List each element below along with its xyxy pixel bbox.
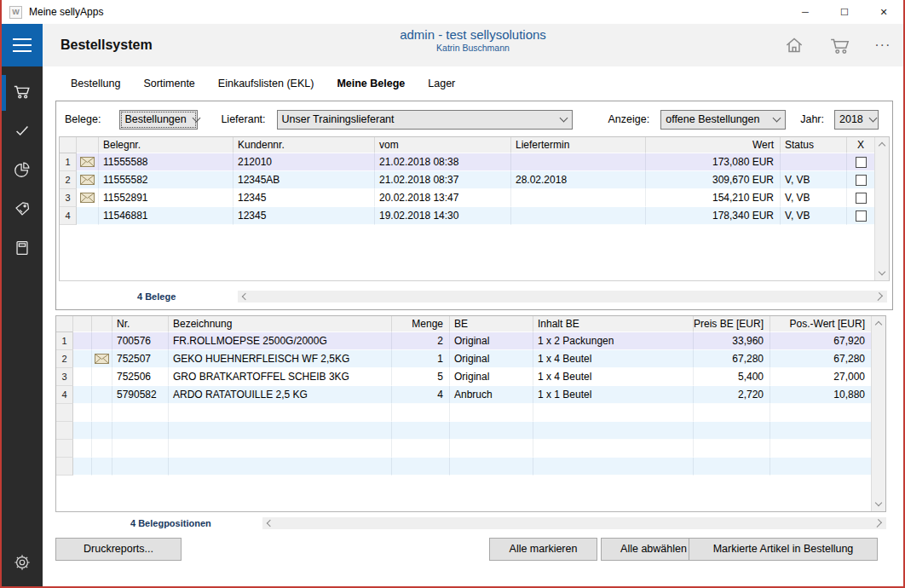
cell-bezeichnung: FR.ROLLMOEPSE 2500G/2000G — [169, 332, 392, 350]
cell-inhalt-be: 1 x 4 Beutel — [533, 350, 694, 368]
jahr-dropdown[interactable]: 2018 — [834, 110, 879, 130]
scroll-left-icon[interactable] — [242, 293, 249, 300]
vertical-scrollbar[interactable] — [874, 137, 889, 280]
table-row[interactable]: 4 11546881 12345 19.02.2018 14:30 178,34… — [60, 207, 889, 225]
pie-chart-icon — [13, 160, 32, 182]
row-select-checkbox[interactable] — [856, 193, 867, 204]
cell-wert: 173,080 EUR — [646, 153, 781, 171]
anzeige-dropdown[interactable]: offene Bestellungen — [660, 110, 786, 130]
col-bezeichnung[interactable]: Bezeichnung — [169, 316, 392, 332]
orders-table-header: Belegnr. Kundennr. vom Liefertermin Wert… — [60, 137, 889, 153]
lieferant-dropdown[interactable]: Unser Trainingslieferant — [277, 110, 573, 130]
belege-dropdown[interactable]: Bestellungen — [119, 110, 198, 130]
scroll-down-icon[interactable] — [875, 499, 882, 506]
maximize-button[interactable]: ☐ — [825, 0, 864, 24]
alle-markieren-button[interactable]: Alle markieren — [489, 538, 597, 561]
empty-row — [56, 422, 885, 440]
col-menge[interactable]: Menge — [392, 316, 450, 332]
markierte-artikel-button[interactable]: Markierte Artikel in Bestellung — [689, 538, 878, 561]
tab-sortimente[interactable]: Sortimente — [143, 78, 194, 91]
table-row[interactable]: 4 5790582 ARDO RATATOUILLE 2,5 KG 4 Anbr… — [56, 386, 885, 404]
scroll-up-icon[interactable] — [879, 142, 885, 149]
scroll-up-icon[interactable] — [875, 321, 882, 328]
sidebar — [2, 66, 43, 586]
minimize-button[interactable]: ─ — [786, 0, 825, 24]
home-icon[interactable] — [783, 34, 805, 56]
tab-einkaufslisten[interactable]: Einkaufslisten (EKL) — [218, 78, 314, 91]
tag-icon — [13, 199, 32, 222]
druckreports-button[interactable]: Druckreports... — [55, 538, 182, 561]
cell-preis-be: 67,280 — [694, 350, 770, 368]
lieferant-label: Lieferant: — [221, 113, 265, 125]
chevron-down-icon — [773, 114, 781, 123]
empty-row — [56, 404, 885, 422]
cart-icon[interactable] — [827, 34, 853, 56]
table-row[interactable]: 2 752507 GEKO HUEHNERFLEISCH WF 2,5KG 1 … — [56, 350, 885, 368]
table-row[interactable]: 3 752506 GRO BRATKARTOFFEL SCHEIB 3KG 5 … — [56, 368, 885, 386]
cart-icon — [12, 82, 32, 104]
cell-belegnr: 11555582 — [99, 171, 233, 189]
lieferant-value: Unser Trainingslieferant — [282, 113, 395, 125]
cell-status — [781, 153, 847, 171]
horizontal-scrollbar[interactable] — [238, 291, 887, 303]
sidebar-item-tasks[interactable] — [2, 112, 43, 152]
col-status[interactable]: Status — [781, 137, 847, 153]
settings-gear-icon — [13, 553, 32, 575]
tab-lager[interactable]: Lager — [428, 78, 455, 91]
cell-bezeichnung: GRO BRATKARTOFFEL SCHEIB 3KG — [169, 368, 392, 386]
col-pos-wert[interactable]: Pos.-Wert [EUR] — [770, 316, 872, 332]
user-name: Katrin Buschmann — [43, 43, 903, 53]
table-row[interactable]: 3 11552891 12345 20.02.2018 13:47 154,21… — [60, 189, 889, 207]
col-belegnr[interactable]: Belegnr. — [99, 137, 233, 153]
jahr-value: 2018 — [839, 113, 863, 125]
sidebar-item-orders[interactable] — [2, 73, 43, 112]
col-nr[interactable]: Nr. — [112, 316, 169, 332]
col-inhalt-be[interactable]: Inhalt BE — [533, 316, 694, 332]
cell-inhalt-be: 1 x 4 Beutel — [533, 368, 694, 386]
cell-preis-be: 5,400 — [694, 368, 770, 386]
cell-wert: 309,670 EUR — [646, 171, 781, 189]
cell-vom: 19.02.2018 14:30 — [375, 207, 511, 225]
cell-menge: 5 — [392, 368, 450, 386]
horizontal-scrollbar[interactable] — [262, 517, 886, 529]
sidebar-item-offers[interactable] — [2, 191, 43, 230]
col-be[interactable]: BE — [450, 316, 533, 332]
row-select-checkbox[interactable] — [856, 157, 867, 168]
col-vom[interactable]: vom — [375, 137, 511, 153]
col-kundennr[interactable]: Kundennr. — [233, 137, 375, 153]
jahr-label: Jahr: — [800, 113, 824, 125]
cell-liefertermin: 28.02.2018 — [511, 171, 646, 189]
col-liefertermin[interactable]: Liefertermin — [511, 137, 646, 153]
close-button[interactable]: ✕ — [864, 0, 903, 24]
more-options-icon[interactable]: ... — [875, 37, 891, 53]
cell-belegnr: 11555588 — [99, 153, 233, 171]
cell-menge: 1 — [392, 350, 450, 368]
anzeige-value: offene Bestellungen — [666, 113, 759, 125]
scroll-left-icon[interactable] — [267, 520, 274, 527]
tab-meine-belege[interactable]: Meine Belege — [337, 78, 405, 91]
mail-icon — [80, 175, 95, 185]
col-preis-be[interactable]: Preis BE [EUR] — [694, 316, 770, 332]
cell-kundennr: 12345AB — [233, 171, 375, 189]
cell-inhalt-be: 1 x 2 Packungen — [533, 332, 694, 350]
hamburger-menu-button[interactable] — [2, 24, 43, 66]
cell-liefertermin — [511, 153, 646, 171]
tab-bestellung[interactable]: Bestellung — [71, 78, 120, 91]
col-wert[interactable]: Wert — [646, 137, 781, 153]
sidebar-item-settings[interactable] — [2, 547, 43, 581]
table-row[interactable]: 1 700576 FR.ROLLMOEPSE 2500G/2000G 2 Ori… — [56, 332, 885, 350]
scroll-right-icon[interactable] — [873, 519, 882, 527]
table-row[interactable]: 1 11555588 212010 21.02.2018 08:38 173,0… — [60, 153, 889, 171]
cell-be: Original — [450, 350, 533, 368]
cell-nr: 752506 — [112, 368, 169, 386]
col-x[interactable]: X — [847, 137, 875, 153]
row-select-checkbox[interactable] — [856, 210, 867, 222]
vertical-scrollbar[interactable] — [871, 316, 885, 511]
scroll-right-icon[interactable] — [874, 292, 883, 301]
sidebar-item-statistics[interactable] — [2, 152, 43, 191]
cell-belegnr: 11552891 — [99, 189, 233, 207]
sidebar-item-catalog[interactable] — [2, 230, 43, 269]
table-row[interactable]: 2 11555582 12345AB 21.02.2018 08:37 28.0… — [60, 171, 889, 189]
row-select-checkbox[interactable] — [856, 175, 867, 186]
scroll-down-icon[interactable] — [879, 268, 885, 275]
